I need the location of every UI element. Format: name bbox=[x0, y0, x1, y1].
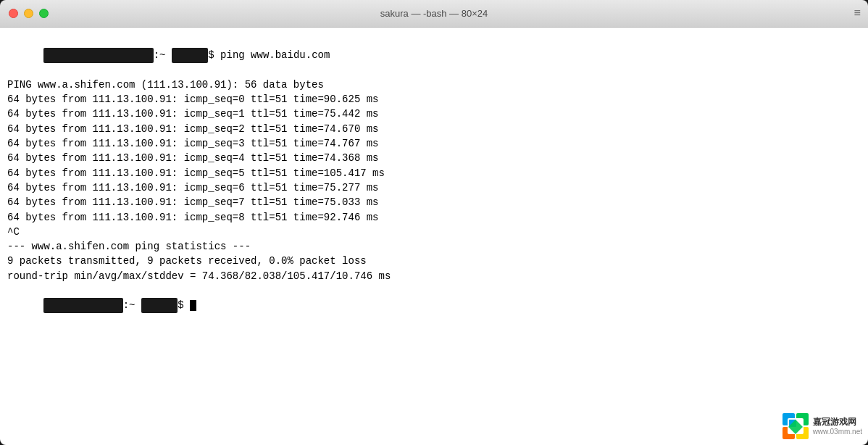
scroll-icon: ≡ bbox=[854, 7, 861, 20]
stats-header-line: --- www.a.shifen.com ping statistics --- bbox=[7, 239, 861, 254]
close-button[interactable] bbox=[9, 9, 18, 18]
ping-line-5: 64 bytes from 111.13.100.91: icmp_seq=5 … bbox=[7, 166, 861, 180]
watermark-icon bbox=[783, 413, 809, 439]
stats-packets-line: 9 packets transmitted, 9 packets receive… bbox=[7, 254, 861, 268]
traffic-lights bbox=[9, 9, 49, 18]
ping-line-1: 64 bytes from 111.13.100.91: icmp_seq=1 … bbox=[7, 107, 861, 121]
ping-command: ping www.baidu.com bbox=[220, 49, 330, 61]
username-redacted bbox=[43, 48, 153, 62]
ping-line-0: 64 bytes from 111.13.100.91: icmp_seq=0 … bbox=[7, 92, 861, 107]
watermark: 嘉冠游戏网 www.03mm.net bbox=[783, 413, 862, 439]
watermark-text-block: 嘉冠游戏网 www.03mm.net bbox=[813, 417, 862, 436]
titlebar-right: ≡ bbox=[854, 7, 861, 20]
ping-line-8: 64 bytes from 111.13.100.91: icmp_seq=8 … bbox=[7, 210, 861, 225]
maximize-button[interactable] bbox=[39, 9, 49, 18]
terminal-cursor bbox=[190, 300, 196, 311]
prompt-dollar: $ bbox=[208, 49, 220, 61]
final-dollar: $ bbox=[178, 299, 190, 311]
final-hostname-redacted bbox=[141, 298, 178, 312]
ctrl-c-line: ^C bbox=[7, 225, 861, 239]
ping-line-6: 64 bytes from 111.13.100.91: icmp_seq=6 … bbox=[7, 180, 861, 195]
ping-line-2: 64 bytes from 111.13.100.91: icmp_seq=2 … bbox=[7, 122, 861, 136]
ping-line-7: 64 bytes from 111.13.100.91: icmp_seq=7 … bbox=[7, 195, 861, 209]
prompt-line: :~ $ ping www.baidu.com bbox=[7, 33, 861, 78]
final-prompt-line: :~ $ bbox=[7, 283, 861, 328]
ping-header: PING www.a.shifen.com (111.13.100.91): 5… bbox=[7, 78, 861, 92]
ping-line-3: 64 bytes from 111.13.100.91: icmp_seq=3 … bbox=[7, 136, 861, 151]
terminal-body[interactable]: :~ $ ping www.baidu.com PING www.a.shife… bbox=[0, 28, 868, 445]
terminal-window: sakura — -bash — 80×24 ≡ :~ $ ping www.b… bbox=[0, 0, 868, 445]
ping-line-4: 64 bytes from 111.13.100.91: icmp_seq=4 … bbox=[7, 151, 861, 165]
watermark-site: 嘉冠游戏网 bbox=[813, 417, 862, 428]
stats-rtt-line: round-trip min/avg/max/stddev = 74.368/8… bbox=[7, 269, 861, 283]
titlebar: sakura — -bash — 80×24 ≡ bbox=[0, 0, 868, 28]
hostname-redacted bbox=[172, 48, 208, 62]
final-username-redacted bbox=[43, 298, 122, 312]
prompt-text: :~ bbox=[154, 49, 172, 61]
watermark-url: www.03mm.net bbox=[813, 428, 862, 436]
minimize-button[interactable] bbox=[24, 9, 33, 18]
window-title: sakura — -bash — 80×24 bbox=[380, 8, 488, 19]
final-prompt-text: :~ bbox=[123, 299, 141, 311]
